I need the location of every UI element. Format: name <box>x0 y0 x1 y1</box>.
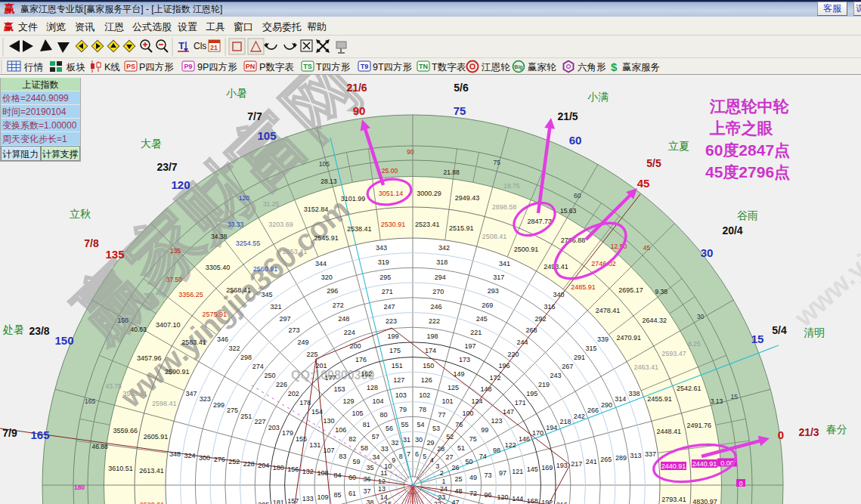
svg-text:12: 12 <box>378 478 386 485</box>
svg-text:120: 120 <box>497 493 509 501</box>
svg-text:151: 151 <box>392 362 403 369</box>
svg-text:21/3: 21/3 <box>798 426 819 438</box>
svg-text:227: 227 <box>254 418 265 425</box>
svg-text:299: 299 <box>213 401 225 409</box>
svg-text:2491.76: 2491.76 <box>687 422 712 429</box>
svg-text:21: 21 <box>210 44 218 51</box>
svg-text:TS: TS <box>303 63 312 70</box>
svg-text:55: 55 <box>401 421 408 428</box>
svg-text:273: 273 <box>288 326 299 334</box>
svg-text:15: 15 <box>751 332 764 345</box>
svg-text:123: 123 <box>491 417 502 425</box>
svg-text:132: 132 <box>302 468 314 475</box>
svg-text:3152.84: 3152.84 <box>304 206 329 213</box>
svg-text:34.38: 34.38 <box>211 233 228 240</box>
svg-text:K线: K线 <box>104 62 120 73</box>
svg-text:60: 60 <box>569 134 582 147</box>
svg-text:153: 153 <box>333 385 345 393</box>
svg-text:171: 171 <box>515 399 526 407</box>
svg-text:43.75: 43.75 <box>105 382 122 390</box>
svg-text:2949.43: 2949.43 <box>455 194 480 202</box>
svg-text:100: 100 <box>463 410 474 417</box>
svg-text:3203.69: 3203.69 <box>268 221 293 228</box>
svg-text:6.25: 6.25 <box>688 340 701 348</box>
svg-text:102: 102 <box>419 391 430 399</box>
svg-text:2553.41: 2553.41 <box>283 248 308 255</box>
svg-text:324: 324 <box>184 452 196 459</box>
svg-text:149: 149 <box>454 370 465 378</box>
svg-text:3356.25: 3356.25 <box>178 291 203 298</box>
svg-text:15: 15 <box>730 393 738 400</box>
svg-text:176: 176 <box>355 356 367 363</box>
svg-text:243: 243 <box>550 372 562 379</box>
svg-text:133: 133 <box>302 495 314 502</box>
svg-text:150: 150 <box>118 317 129 324</box>
svg-text:105: 105 <box>352 410 363 417</box>
svg-text:3305.40: 3305.40 <box>206 264 231 271</box>
svg-text:21.88: 21.88 <box>444 169 460 176</box>
svg-text:343: 343 <box>376 244 387 252</box>
svg-text:小暑: 小暑 <box>226 87 247 99</box>
svg-text:60: 60 <box>574 192 581 199</box>
svg-text:225: 225 <box>306 351 317 358</box>
svg-text:60: 60 <box>348 474 356 481</box>
svg-text:2644.32: 2644.32 <box>642 317 667 324</box>
svg-text:P9: P9 <box>184 63 192 70</box>
svg-text:121: 121 <box>512 468 523 475</box>
svg-text:244: 244 <box>517 339 528 346</box>
svg-text:T: T <box>178 40 184 51</box>
svg-text:37: 37 <box>363 487 370 495</box>
svg-text:2898.58: 2898.58 <box>492 203 517 211</box>
svg-text:3000.29: 3000.29 <box>417 190 441 197</box>
svg-text:222: 222 <box>429 317 440 325</box>
svg-text:3051.14: 3051.14 <box>379 190 404 197</box>
svg-text:赢家轮: 赢家轮 <box>528 62 556 73</box>
svg-text:193: 193 <box>556 462 568 469</box>
svg-text:147: 147 <box>503 408 514 416</box>
svg-text:276: 276 <box>214 456 225 463</box>
svg-text:Cls: Cls <box>194 41 206 51</box>
svg-text:9: 9 <box>392 456 395 464</box>
svg-text:128: 128 <box>367 384 378 391</box>
svg-text:2440.91: 2440.91 <box>661 462 686 470</box>
svg-text:$: $ <box>611 60 618 73</box>
svg-text:22: 22 <box>434 500 441 504</box>
svg-text:59: 59 <box>352 458 360 465</box>
svg-text:2545.91: 2545.91 <box>314 234 339 242</box>
svg-text:75: 75 <box>454 104 466 117</box>
svg-text:2613.41: 2613.41 <box>139 467 164 475</box>
svg-text:321: 321 <box>270 303 281 311</box>
svg-text:345: 345 <box>261 291 272 298</box>
svg-text:204: 204 <box>258 462 269 469</box>
svg-text:108: 108 <box>317 469 328 477</box>
svg-text:126: 126 <box>421 376 432 384</box>
svg-text:75: 75 <box>493 159 500 166</box>
svg-text:54: 54 <box>417 421 424 428</box>
svg-text:83: 83 <box>339 453 346 460</box>
svg-text:2695.17: 2695.17 <box>618 286 643 294</box>
svg-text:192: 192 <box>541 499 553 504</box>
svg-text:23/7: 23/7 <box>156 161 177 173</box>
svg-text:24: 24 <box>440 485 448 493</box>
svg-text:320: 320 <box>321 274 333 281</box>
svg-text:104: 104 <box>372 397 383 405</box>
svg-text:291: 291 <box>574 354 585 361</box>
svg-text:2847.73: 2847.73 <box>528 218 553 225</box>
svg-text:25: 25 <box>454 475 462 483</box>
svg-text:268: 268 <box>526 326 537 334</box>
svg-text:228: 228 <box>243 460 255 468</box>
svg-text:246: 246 <box>431 303 442 311</box>
svg-text:2455.91: 2455.91 <box>647 395 672 403</box>
svg-text:立夏: 立夏 <box>668 140 689 152</box>
svg-text:2598.41: 2598.41 <box>152 400 177 407</box>
svg-text:135: 135 <box>105 248 124 261</box>
svg-text:250: 250 <box>264 372 275 379</box>
svg-text:34: 34 <box>373 453 380 461</box>
svg-text:江恩轮: 江恩轮 <box>482 62 510 73</box>
svg-text:Big: Big <box>514 64 522 70</box>
svg-text:294: 294 <box>435 274 446 281</box>
svg-text:221: 221 <box>470 329 482 336</box>
svg-text:7/8: 7/8 <box>84 237 99 249</box>
svg-text:5/6: 5/6 <box>454 82 469 94</box>
svg-text:346: 346 <box>217 335 228 343</box>
